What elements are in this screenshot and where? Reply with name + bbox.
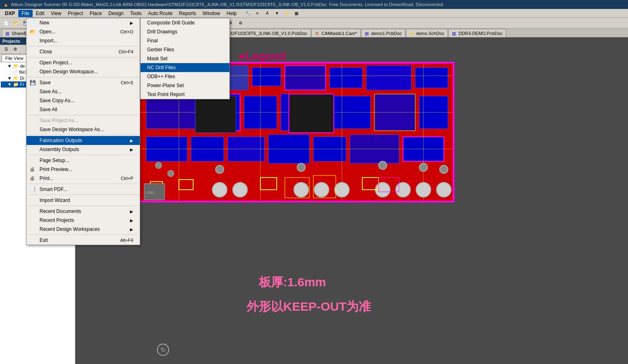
menu-tools[interactable]: Tools	[127, 10, 145, 17]
menu-place[interactable]: Place	[86, 10, 105, 17]
toolbar-icon-5[interactable]: ⚡	[282, 9, 291, 18]
title-text: Altium Designer Summer 09	[11, 2, 67, 7]
fab-composite-drill[interactable]: Composite Drill Guide	[141, 18, 229, 27]
menu-exit[interactable]: Exit Alt+F4	[26, 236, 140, 245]
menu-sep7	[28, 184, 138, 184]
tb-open[interactable]: 📂	[11, 19, 20, 27]
arrow-right-icon: ▶	[130, 21, 133, 25]
tb-route8[interactable]: ⚙	[236, 19, 245, 27]
doc-tab-4[interactable]: ▦ demo1.PcbDoc	[361, 29, 405, 37]
menu-recent-docs[interactable]: Recent Documents ▶	[26, 207, 140, 216]
toolbar-icon-4[interactable]: ▼	[273, 9, 282, 18]
menu-print[interactable]: 🖨 Print... Ctrl+P	[26, 174, 140, 183]
fab-power-plane[interactable]: Power-Plane Set	[141, 81, 229, 90]
menu-save-copy[interactable]: Save Copy As...	[26, 96, 140, 105]
svg-rect-55	[289, 94, 334, 133]
fab-submenu: Composite Drill Guide Drill Drawings Fin…	[140, 18, 230, 99]
menu-recent-projects[interactable]: Recent Projects ▶	[26, 216, 140, 225]
menu-bar: DXP File Edit View Project Place Design …	[0, 9, 628, 18]
pcb-icon-3: ▦	[365, 31, 370, 36]
svg-text:USB1: USB1	[145, 191, 155, 195]
proj-tb-1[interactable]: ☰	[2, 45, 11, 53]
toolbar-icon-3[interactable]: A	[263, 9, 272, 18]
svg-point-38	[294, 182, 308, 197]
menu-open[interactable]: 📂 Open... Ctrl+O	[26, 27, 140, 36]
menu-reports[interactable]: Reports	[176, 10, 199, 17]
doc-tab-6[interactable]: ▦ DDR3-DEMO.PcbDoc	[448, 29, 506, 37]
menu-sep5	[28, 135, 138, 135]
menu-save[interactable]: 💾 Save Ctrl+S	[26, 78, 140, 87]
menu-smart-pdf[interactable]: 📑 Smart PDF...	[26, 185, 140, 194]
proj-tb-2[interactable]: ⚙	[11, 45, 20, 53]
doc-tab-5[interactable]: ⚡ demo.SchDoc	[406, 29, 448, 37]
fab-nc-drill[interactable]: NC Drill Files	[141, 63, 229, 72]
menu-design[interactable]: Design	[105, 10, 127, 17]
menu-fabrication-outputs[interactable]: Fabrication Outputs ▶	[26, 136, 140, 145]
doc-tab-3[interactable]: ⚙ CAMtastic1.Cam*	[311, 29, 361, 37]
menu-new[interactable]: 📄 New ▶	[26, 18, 140, 27]
menu-file[interactable]: File	[18, 10, 33, 17]
menu-page-setup[interactable]: Page Setup...	[26, 156, 140, 165]
menu-import[interactable]: Import...	[26, 36, 140, 45]
file-view-tab[interactable]: File View	[2, 55, 27, 62]
menu-open-project[interactable]: Open Project...	[26, 58, 140, 67]
menu-sep9	[28, 206, 138, 206]
menu-window[interactable]: Window	[199, 10, 223, 17]
toolbar-icon-6[interactable]: ▦	[292, 9, 301, 18]
fab-drill-drawings[interactable]: Drill Drawings	[141, 27, 229, 36]
menu-save-all[interactable]: Save All	[26, 105, 140, 114]
menu-import-wizard[interactable]: Import Wizard	[26, 196, 140, 205]
menu-sep1	[28, 46, 138, 46]
tb-new[interactable]: 📄	[2, 19, 11, 27]
recent-ws-arrow: ▶	[130, 227, 133, 232]
open-icon: 📂	[30, 29, 36, 35]
svg-point-32	[297, 163, 305, 171]
svg-point-31	[216, 165, 224, 173]
file-menu: 📄 New ▶ 📂 Open... Ctrl+O Import... Close…	[26, 18, 140, 245]
print-icon: 🖨	[30, 175, 35, 181]
menu-view[interactable]: View	[48, 10, 65, 17]
scroll-indicator: ↻	[157, 344, 169, 356]
fab-odb[interactable]: ODB++ Files	[141, 72, 229, 81]
menu-edit[interactable]: Edit	[33, 10, 48, 17]
svg-point-40	[335, 182, 349, 197]
menu-sep4	[28, 115, 138, 115]
arrow-icon-2: ▼	[7, 82, 12, 87]
menu-print-preview[interactable]: 🖨 Print Preview...	[26, 165, 140, 174]
arrow-icon-0: ▼	[7, 64, 12, 68]
app-logo: ▲	[3, 2, 9, 8]
menu-project[interactable]: Project	[65, 10, 86, 17]
menu-recent-workspaces[interactable]: Recent Design Workspaces ▶	[26, 225, 140, 234]
svg-point-34	[419, 163, 427, 171]
menu-sep8	[28, 195, 138, 195]
menu-dxp[interactable]: DXP	[2, 10, 18, 17]
menu-save-workspace-as[interactable]: Save Design Workspace As...	[26, 125, 140, 134]
fab-mask-set[interactable]: Mask Set	[141, 54, 229, 63]
title-status: Free Documents. Licensed to DreamRoad. D…	[329, 2, 444, 7]
svg-point-42	[396, 182, 410, 197]
recent-proj-arrow: ▶	[130, 218, 133, 223]
arrow-icon-1: ▼	[7, 76, 12, 81]
svg-point-30	[167, 170, 174, 177]
fab-test-point[interactable]: Test Point Report	[141, 90, 229, 99]
menu-save-as[interactable]: Save As...	[26, 87, 140, 96]
board-spec2: 外形以KEEP-OUT为准	[247, 298, 371, 315]
svg-rect-6	[366, 66, 411, 90]
svg-rect-3	[252, 68, 281, 86]
menu-assembly-outputs[interactable]: Assembly Outputs ▶	[26, 145, 140, 154]
toolbar-icon-1[interactable]: 🔧	[243, 9, 252, 18]
toolbar-icon-2[interactable]: ≡	[253, 9, 262, 18]
new-icon: 📄	[30, 20, 36, 26]
svg-point-35	[440, 165, 448, 173]
menu-autoroute[interactable]: Auto Route	[145, 10, 176, 17]
legend-text: ●Legend	[238, 50, 286, 63]
svg-rect-5	[330, 68, 362, 88]
menu-close[interactable]: Close Ctrl+F4	[26, 47, 140, 56]
fab-final[interactable]: Final	[141, 36, 229, 45]
menu-help[interactable]: Help	[223, 10, 240, 17]
menu-open-workspace[interactable]: Open Design Workspace...	[26, 67, 140, 76]
menu-sep6	[28, 155, 138, 155]
pcb-icon-0: ▦	[5, 31, 10, 36]
fab-gerber[interactable]: Gerber Files	[141, 45, 229, 54]
svg-point-39	[314, 182, 329, 197]
